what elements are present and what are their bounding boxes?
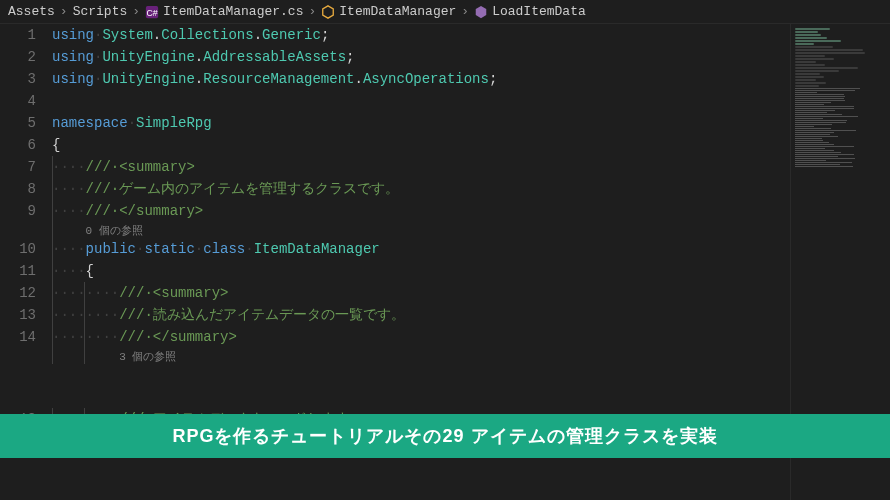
indent-guide	[52, 222, 53, 238]
token-ws: ····	[52, 159, 86, 175]
minimap-line	[795, 150, 834, 151]
minimap-line	[795, 154, 854, 155]
code-line[interactable]: 3 個の参照	[52, 348, 790, 364]
minimap-line	[795, 112, 827, 113]
minimap-line	[795, 138, 822, 139]
token-ws: ········	[52, 285, 119, 301]
breadcrumb-item-3[interactable]: ItemDataManager	[321, 4, 456, 19]
minimap-line	[795, 166, 853, 167]
code-line[interactable]: ····///·</summary>	[52, 200, 790, 222]
minimap-line	[795, 146, 854, 147]
minimap-line	[795, 73, 820, 75]
minimap-line	[795, 140, 823, 141]
code-line[interactable]: using·UnityEngine.ResourceManagement.Asy…	[52, 68, 790, 90]
minimap-line	[795, 34, 821, 36]
token-comment: <summary>	[119, 159, 195, 175]
token-keyword: using	[52, 71, 94, 87]
breadcrumb-item-2[interactable]: C# ItemDataManager.cs	[145, 4, 303, 19]
token-ws: ········	[52, 329, 119, 345]
class-icon	[321, 5, 335, 19]
minimap-line	[795, 79, 816, 81]
tutorial-banner: RPGを作るチュートリアルその29 アイテムの管理クラスを実装	[0, 414, 890, 458]
minimap-line	[795, 76, 824, 78]
token-ws	[52, 348, 119, 364]
code-line[interactable]: using·UnityEngine.AddressableAssets;	[52, 46, 790, 68]
indent-guide	[52, 304, 53, 326]
token-ws: ····	[52, 263, 86, 279]
breadcrumb: Assets › Scripts › C# ItemDataManager.cs…	[0, 0, 890, 24]
line-number: 9	[0, 200, 36, 222]
minimap-line	[795, 122, 846, 123]
code-line[interactable]: ········///·</summary>	[52, 326, 790, 348]
breadcrumb-item-4[interactable]: LoadItemData	[474, 4, 586, 19]
minimap-line	[795, 102, 831, 103]
minimap-line	[795, 118, 823, 119]
code-line[interactable]: ········///·<summary>	[52, 282, 790, 304]
code-line[interactable]: ····///·<summary>	[52, 156, 790, 178]
token-namespace: ResourceManagement	[203, 71, 354, 87]
indent-guide	[52, 238, 53, 260]
line-number: 2	[0, 46, 36, 68]
token-ws	[52, 222, 86, 238]
minimap-line	[795, 85, 819, 87]
chevron-right-icon: ›	[60, 4, 68, 19]
minimap-line	[795, 64, 825, 66]
minimap-line	[795, 94, 844, 95]
code-line[interactable]: {	[52, 134, 790, 156]
minimap-line	[795, 144, 834, 145]
code-line[interactable]: ····///·ゲーム内のアイテムを管理するクラスです。	[52, 178, 790, 200]
indent-guide	[52, 178, 53, 200]
chevron-right-icon: ›	[308, 4, 316, 19]
indent-guide	[84, 326, 85, 348]
breadcrumb-label: ItemDataManager.cs	[163, 4, 303, 19]
token-keyword: static	[144, 241, 194, 257]
breadcrumb-item-0[interactable]: Assets	[8, 4, 55, 19]
token-punct: ;	[321, 27, 329, 43]
token-keyword: public	[86, 241, 136, 257]
token-ws: ·	[245, 241, 253, 257]
token-comment: ///·読み込んだアイテムデータの一覧です。	[119, 307, 405, 323]
line-number: 8	[0, 178, 36, 200]
code-line[interactable]	[52, 386, 790, 408]
token-punct: ;	[346, 49, 354, 65]
token-ws: ········	[52, 307, 119, 323]
code-line[interactable]: using·System.Collections.Generic;	[52, 24, 790, 46]
code-line[interactable]	[52, 364, 790, 386]
token-comment: <summary>	[153, 285, 229, 301]
minimap-line	[795, 158, 855, 159]
minimap-line	[795, 130, 856, 131]
minimap-line	[795, 162, 852, 163]
banner-text: RPGを作るチュートリアルその29 アイテムの管理クラスを実装	[172, 424, 717, 448]
token-keyword: using	[52, 27, 94, 43]
code-line[interactable]: ····public·static·class·ItemDataManager	[52, 238, 790, 260]
line-number	[0, 364, 36, 386]
indent-guide	[52, 348, 53, 364]
breadcrumb-item-1[interactable]: Scripts	[73, 4, 128, 19]
line-number	[0, 386, 36, 408]
minimap-line	[795, 92, 817, 93]
token-comment: ///·	[119, 285, 153, 301]
line-number	[0, 222, 36, 238]
minimap-line	[795, 88, 860, 89]
token-comment: ///·	[86, 159, 120, 175]
minimap-line	[795, 49, 863, 51]
token-ws: ····	[52, 241, 86, 257]
minimap-line	[795, 136, 838, 137]
indent-guide	[84, 282, 85, 304]
line-number: 1	[0, 24, 36, 46]
token-punct: {	[86, 263, 94, 279]
minimap-line	[795, 108, 854, 109]
code-line[interactable]	[52, 90, 790, 112]
code-line[interactable]: namespace·SimpleRpg	[52, 112, 790, 134]
line-number: 3	[0, 68, 36, 90]
token-punct: .	[195, 49, 203, 65]
minimap-line	[795, 82, 826, 84]
token-ws: ····	[52, 203, 86, 219]
line-number: 6	[0, 134, 36, 156]
code-line[interactable]: 0 個の参照	[52, 222, 790, 238]
code-line[interactable]: ········///·読み込んだアイテムデータの一覧です。	[52, 304, 790, 326]
minimap-line	[795, 31, 818, 33]
code-line[interactable]: ····{	[52, 260, 790, 282]
minimap-line	[795, 46, 833, 48]
minimap-line	[795, 43, 814, 45]
